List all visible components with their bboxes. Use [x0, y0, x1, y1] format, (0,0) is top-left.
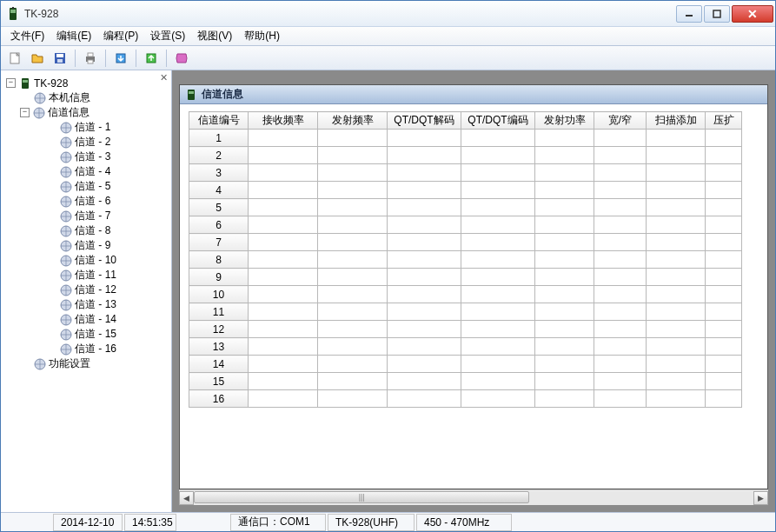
sidebar-close-icon[interactable]: ✕: [160, 72, 168, 83]
collapse-icon[interactable]: −: [20, 108, 30, 117]
table-row[interactable]: 4: [189, 182, 742, 199]
grid-cell[interactable]: [318, 234, 388, 251]
grid-cell[interactable]: [594, 356, 647, 373]
grid-cell[interactable]: [647, 321, 706, 338]
grid-cell[interactable]: [647, 303, 706, 321]
grid-cell[interactable]: [318, 216, 388, 234]
grid-cell[interactable]: [647, 234, 706, 251]
table-row[interactable]: 3: [189, 164, 742, 182]
grid-cell[interactable]: [594, 234, 647, 251]
grid-cell[interactable]: [706, 373, 742, 390]
col-rx-freq[interactable]: 接收频率: [249, 112, 318, 130]
grid-cell[interactable]: [535, 390, 594, 408]
grid-cell[interactable]: [706, 286, 742, 303]
grid-cell[interactable]: [647, 182, 706, 199]
grid-cell[interactable]: [249, 147, 318, 164]
grid-cell[interactable]: [318, 251, 388, 269]
table-row[interactable]: 13: [189, 338, 742, 356]
menu-view[interactable]: 视图(V): [191, 26, 238, 46]
help-button[interactable]: [171, 49, 192, 68]
grid-cell[interactable]: [535, 216, 594, 234]
grid-cell[interactable]: [318, 321, 388, 338]
grid-cell[interactable]: [535, 303, 594, 321]
row-number[interactable]: 15: [189, 373, 249, 390]
grid-cell[interactable]: [647, 390, 706, 408]
tree-channel-item[interactable]: 信道 - 14: [32, 312, 169, 327]
grid-cell[interactable]: [594, 199, 647, 216]
minimize-button[interactable]: [676, 5, 702, 23]
grid-cell[interactable]: [461, 182, 535, 199]
tree-local-info[interactable]: 本机信息: [20, 90, 169, 105]
grid-cell[interactable]: [461, 373, 535, 390]
col-tx-power[interactable]: 发射功率: [535, 112, 594, 130]
grid-cell[interactable]: [647, 338, 706, 356]
grid-cell[interactable]: [461, 199, 535, 216]
row-number[interactable]: 5: [189, 199, 249, 216]
grid-cell[interactable]: [461, 130, 535, 147]
menu-settings[interactable]: 设置(S): [144, 26, 191, 46]
tree-channel-item[interactable]: 信道 - 16: [32, 342, 169, 356]
grid-cell[interactable]: [647, 216, 706, 234]
row-number[interactable]: 9: [189, 269, 249, 286]
grid-cell[interactable]: [388, 251, 461, 269]
grid-cell[interactable]: [706, 130, 742, 147]
menu-file[interactable]: 文件(F): [4, 26, 50, 46]
grid-cell[interactable]: [318, 286, 388, 303]
tree-function-settings[interactable]: 功能设置: [20, 356, 169, 371]
row-number[interactable]: 12: [189, 321, 249, 338]
grid-cell[interactable]: [535, 373, 594, 390]
grid-cell[interactable]: [249, 234, 318, 251]
grid-cell[interactable]: [388, 216, 461, 234]
tree-channel-item[interactable]: 信道 - 13: [32, 297, 169, 312]
grid-cell[interactable]: [647, 269, 706, 286]
grid-cell[interactable]: [535, 199, 594, 216]
tree-channel-item[interactable]: 信道 - 12: [32, 283, 169, 297]
grid-cell[interactable]: [249, 164, 318, 182]
grid-cell[interactable]: [461, 164, 535, 182]
grid-cell[interactable]: [249, 373, 318, 390]
grid-cell[interactable]: [594, 164, 647, 182]
row-number[interactable]: 16: [189, 390, 249, 408]
grid-cell[interactable]: [594, 321, 647, 338]
scroll-thumb[interactable]: |||: [194, 491, 529, 503]
grid-cell[interactable]: [647, 199, 706, 216]
tree-channel-item[interactable]: 信道 - 11: [32, 268, 169, 283]
grid-cell[interactable]: [318, 373, 388, 390]
table-row[interactable]: 8: [189, 251, 742, 269]
grid-cell[interactable]: [318, 356, 388, 373]
grid-cell[interactable]: [594, 147, 647, 164]
row-number[interactable]: 8: [189, 251, 249, 269]
col-compand[interactable]: 压扩: [706, 112, 742, 130]
grid-cell[interactable]: [388, 199, 461, 216]
tree-channel-item[interactable]: 信道 - 5: [32, 179, 169, 194]
grid-cell[interactable]: [535, 147, 594, 164]
grid-cell[interactable]: [461, 338, 535, 356]
row-number[interactable]: 3: [189, 164, 249, 182]
tree-channel-item[interactable]: 信道 - 4: [32, 164, 169, 179]
row-number[interactable]: 2: [189, 147, 249, 164]
grid-cell[interactable]: [535, 286, 594, 303]
collapse-icon[interactable]: −: [6, 78, 16, 88]
row-number[interactable]: 13: [189, 338, 249, 356]
grid-cell[interactable]: [249, 356, 318, 373]
print-button[interactable]: [80, 49, 101, 68]
grid-cell[interactable]: [461, 216, 535, 234]
grid-cell[interactable]: [594, 373, 647, 390]
grid-cell[interactable]: [388, 147, 461, 164]
table-row[interactable]: 16: [189, 390, 742, 408]
tree-channel-item[interactable]: 信道 - 9: [32, 238, 169, 253]
grid-cell[interactable]: [594, 303, 647, 321]
menu-program[interactable]: 编程(P): [97, 26, 144, 46]
col-scan-add[interactable]: 扫描添加: [647, 112, 706, 130]
grid-cell[interactable]: [461, 234, 535, 251]
menu-help[interactable]: 帮助(H): [238, 26, 286, 46]
grid-cell[interactable]: [318, 390, 388, 408]
grid-cell[interactable]: [461, 286, 535, 303]
grid-cell[interactable]: [594, 251, 647, 269]
grid-cell[interactable]: [461, 390, 535, 408]
grid-cell[interactable]: [249, 269, 318, 286]
grid-cell[interactable]: [318, 147, 388, 164]
grid-cell[interactable]: [388, 321, 461, 338]
grid-cell[interactable]: [535, 251, 594, 269]
grid-cell[interactable]: [706, 251, 742, 269]
